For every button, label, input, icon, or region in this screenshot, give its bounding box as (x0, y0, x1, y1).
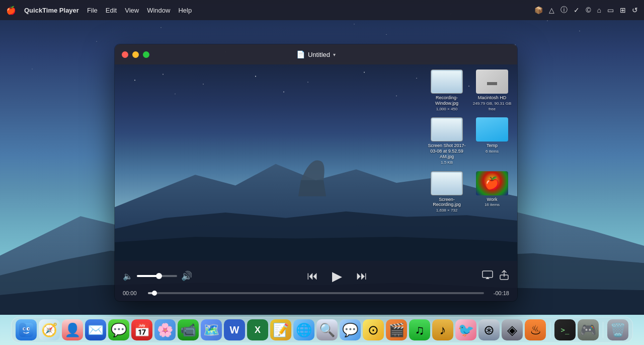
home-icon[interactable]: ⌂ (597, 6, 601, 14)
current-time-label: 00:00 (123, 290, 143, 296)
fast-forward-button[interactable]: ⏭ (354, 267, 369, 285)
desktop-icon-macintosh-hd[interactable]: Macintosh HD249.79 GB, 90.31 GB free (472, 70, 512, 111)
close-button[interactable] (122, 51, 128, 58)
desktop-icon-screenshot[interactable]: Screen Shot 2017-03-08 at 9.52.59 AM.jpg… (427, 117, 467, 165)
dock-icon-slack[interactable]: 💬 (340, 319, 361, 340)
dock-icon-misc3[interactable]: ♨ (525, 319, 546, 340)
transport-controls: ⏮ ▶ ⏭ (305, 266, 369, 286)
svg-point-9 (283, 92, 284, 93)
apple-logo[interactable]: 🍎 (6, 6, 16, 15)
dock-icon-misc2[interactable]: ◈ (502, 319, 523, 340)
dock-icon-vlc[interactable]: 🎬 (386, 319, 407, 340)
dock-icon-misc1[interactable]: ⊛ (478, 319, 500, 340)
temp-folder-label: Temp6 items (486, 143, 499, 154)
svg-point-8 (175, 94, 176, 95)
clipboard-icon[interactable]: © (586, 6, 591, 14)
icon-row-3: Screen-Recording.jpg1,638 × 732 🍎 Work16… (422, 171, 512, 213)
screenshot-thumbnail (431, 117, 463, 142)
svg-point-10 (396, 96, 397, 97)
remaining-time-label: -00:18 (489, 290, 509, 296)
volume-controls: 🔈 🔊 (123, 270, 192, 282)
temp-folder-thumbnail (476, 117, 508, 142)
svg-point-1 (163, 74, 164, 75)
menu-app-name[interactable]: QuickTime Player (24, 7, 79, 14)
window-title: Untitled (308, 51, 330, 58)
minimize-button[interactable] (132, 51, 139, 58)
dock-icon-chrome[interactable]: ⊙ (363, 319, 384, 340)
controls-top: 🔈 🔊 ⏮ ▶ ⏭ (123, 266, 509, 286)
share-button[interactable] (499, 269, 509, 283)
svg-point-5 (364, 72, 365, 73)
window-controls (122, 51, 149, 58)
menubar: 🍎 QuickTime Player File Edit View Window… (0, 0, 644, 20)
volume-high-icon[interactable]: 🔊 (181, 270, 192, 282)
dock-icon-word[interactable]: W (224, 319, 245, 340)
menubar-right: 📦 △ ⓘ ✓ © ⌂ ▭ ⊞ ↺ (534, 6, 638, 15)
volume-icon[interactable]: 🔈 (123, 271, 133, 281)
svg-rect-11 (482, 271, 493, 278)
dock-separator (550, 322, 550, 338)
menu-window[interactable]: Window (147, 7, 170, 14)
volume-knob (156, 273, 162, 279)
svg-point-4 (307, 82, 308, 83)
dock-container: 🧭 👤 ✉️ 💬 📅 🌸 📹 🗺️ W X 📝 🌐 🔍 💬 ⊙ 🎬 ♫ ♪ 🐦 … (11, 317, 633, 343)
dock-icon-facetime[interactable]: 📹 (178, 319, 199, 340)
gdrive-icon[interactable]: △ (549, 6, 554, 14)
dock-icon-twitter[interactable]: 🐦 (455, 319, 476, 340)
rewind-button[interactable]: ⏮ (305, 267, 320, 285)
recording-window-thumbnail (431, 70, 463, 94)
svg-point-2 (203, 84, 204, 85)
maximize-button[interactable] (143, 51, 149, 58)
svg-point-17 (28, 328, 30, 330)
dock-icon-steam[interactable]: 🎮 (578, 319, 599, 340)
volume-slider[interactable] (137, 275, 177, 277)
dock-icon-browser[interactable]: 🌐 (293, 319, 314, 340)
dock-icon-messages[interactable]: 💬 (108, 319, 129, 340)
video-area: Recording-Window.jpg1,000 × 450 Macintos… (115, 64, 517, 261)
dock-separator-2 (603, 322, 603, 338)
time-machine-icon[interactable]: ↺ (632, 6, 638, 14)
menu-file[interactable]: File (87, 7, 98, 14)
dock-icon-spotlight[interactable]: 🔍 (316, 319, 338, 340)
title-chevron-icon[interactable]: ▾ (333, 52, 336, 57)
desktop-icon-screen-recording[interactable]: Screen-Recording.jpg1,638 × 732 (427, 171, 467, 213)
grid-icon[interactable]: ⊞ (620, 6, 626, 14)
dropbox-icon[interactable]: 📦 (534, 6, 543, 14)
progress-bar[interactable] (148, 292, 484, 294)
dock-icon-photos[interactable]: 🌸 (154, 319, 176, 340)
airplay-menubar-icon[interactable]: ▭ (607, 6, 614, 14)
dock-icon-calendar[interactable]: 📅 (131, 319, 152, 340)
menu-edit[interactable]: Edit (106, 7, 117, 14)
svg-point-0 (134, 80, 135, 81)
menu-view[interactable]: View (125, 7, 139, 14)
airplay-button[interactable] (482, 270, 493, 282)
menu-help[interactable]: Help (178, 7, 192, 14)
dock-icon-maps[interactable]: 🗺️ (201, 319, 222, 340)
dock-icon-excel[interactable]: X (247, 319, 268, 340)
dock-icon-trash[interactable]: 🗑️ (607, 319, 628, 340)
dock-icon-finder[interactable] (16, 319, 37, 340)
dock-icon-contacts[interactable]: 👤 (62, 319, 83, 340)
screenshot-label: Screen Shot 2017-03-08 at 9.52.59 AM.jpg… (427, 143, 467, 165)
desktop-icon-work-folder[interactable]: 🍎 Work16 items (472, 171, 512, 213)
progress-thumb (152, 291, 157, 296)
dock-icon-safari[interactable]: 🧭 (39, 319, 60, 340)
titlebar: 📄 Untitled ▾ (115, 44, 517, 64)
info-icon[interactable]: ⓘ (560, 6, 568, 15)
dock-icon-notes[interactable]: 📝 (270, 319, 291, 340)
macintosh-hd-label: Macintosh HD249.79 GB, 90.31 GB free (472, 95, 512, 111)
dock-icon-mail[interactable]: ✉️ (85, 319, 106, 340)
dock-icon-terminal[interactable]: >_ (554, 319, 576, 340)
desktop-icon-recording-window[interactable]: Recording-Window.jpg1,000 × 450 (427, 70, 467, 111)
action-controls (482, 269, 509, 283)
dock-icon-spotify[interactable]: ♫ (409, 319, 430, 340)
dock-icon-itunes[interactable]: ♪ (432, 319, 453, 340)
svg-point-3 (255, 76, 256, 77)
desktop-icon-temp-folder[interactable]: Temp6 items (472, 117, 512, 165)
title-area: 📄 Untitled ▾ (296, 50, 336, 58)
play-button[interactable]: ▶ (330, 266, 344, 286)
check-icon[interactable]: ✓ (574, 6, 580, 14)
video-content: Recording-Window.jpg1,000 × 450 Macintos… (115, 64, 517, 261)
work-folder-label: Work16 items (485, 197, 500, 208)
controls-bar: 🔈 🔊 ⏮ ▶ ⏭ (115, 261, 517, 301)
